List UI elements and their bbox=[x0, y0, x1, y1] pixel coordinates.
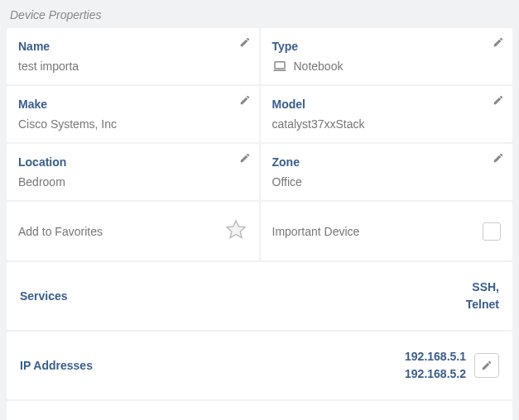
row-snmp: SNMP Name c3750-domotz bbox=[7, 401, 512, 420]
important-checkbox[interactable] bbox=[483, 222, 501, 241]
value-make: Cisco Systems, Inc bbox=[18, 117, 247, 131]
properties-container: Name test importa Type Notebook Make Cis… bbox=[0, 28, 519, 420]
value-zone: Office bbox=[272, 175, 502, 189]
edit-ip-button[interactable] bbox=[474, 353, 499, 378]
label-name: Name bbox=[18, 40, 247, 53]
value-type-text: Notebook bbox=[294, 60, 344, 73]
row-services: Services SSH, Telnet bbox=[7, 262, 512, 330]
row-make-model: Make Cisco Systems, Inc Model catalyst37… bbox=[7, 86, 512, 142]
field-favorites: Add to Favorites bbox=[7, 202, 259, 260]
label-model: Model bbox=[272, 98, 502, 111]
laptop-icon bbox=[272, 60, 287, 72]
edit-icon[interactable] bbox=[239, 36, 251, 50]
field-make: Make Cisco Systems, Inc bbox=[7, 86, 259, 142]
value-services: SSH, Telnet bbox=[466, 279, 499, 313]
value-location: Bedroom bbox=[18, 175, 247, 189]
label-favorites: Add to Favorites bbox=[18, 225, 103, 238]
svg-rect-0 bbox=[275, 62, 285, 69]
value-model: catalyst37xxStack bbox=[272, 117, 502, 131]
section-title: Device Properties bbox=[0, 0, 519, 28]
ip-right-group: 192.168.5.1 192.168.5.2 bbox=[405, 348, 499, 383]
label-location: Location bbox=[18, 155, 247, 169]
edit-icon[interactable] bbox=[239, 94, 251, 108]
label-zone: Zone bbox=[272, 155, 502, 169]
value-ip-line1: 192.168.5.1 bbox=[405, 348, 466, 365]
field-name: Name test importa bbox=[7, 28, 259, 84]
row-location-zone: Location Bedroom Zone Office bbox=[7, 144, 512, 200]
label-type: Type bbox=[272, 40, 502, 53]
edit-icon[interactable] bbox=[239, 152, 251, 166]
label-services: Services bbox=[20, 289, 68, 303]
edit-icon[interactable] bbox=[493, 94, 504, 108]
edit-icon[interactable] bbox=[493, 36, 504, 50]
label-make: Make bbox=[18, 98, 247, 111]
label-ip: IP Addresses bbox=[20, 359, 93, 372]
field-location: Location Bedroom bbox=[7, 144, 259, 200]
value-name: test importa bbox=[18, 60, 247, 73]
row-name-type: Name test importa Type Notebook bbox=[7, 28, 512, 84]
value-ip: 192.168.5.1 192.168.5.2 bbox=[405, 348, 466, 383]
field-type: Type Notebook bbox=[261, 28, 513, 84]
label-important: Important Device bbox=[272, 225, 360, 238]
star-icon[interactable] bbox=[224, 218, 247, 244]
field-important: Important Device bbox=[261, 202, 513, 260]
edit-icon[interactable] bbox=[493, 152, 504, 166]
row-favorites-important: Add to Favorites Important Device bbox=[7, 202, 512, 260]
value-ip-line2: 192.168.5.2 bbox=[405, 365, 466, 383]
field-zone: Zone Office bbox=[261, 144, 513, 200]
row-ip: IP Addresses 192.168.5.1 192.168.5.2 bbox=[7, 332, 512, 399]
field-model: Model catalyst37xxStack bbox=[261, 86, 513, 142]
value-type: Notebook bbox=[272, 60, 502, 73]
